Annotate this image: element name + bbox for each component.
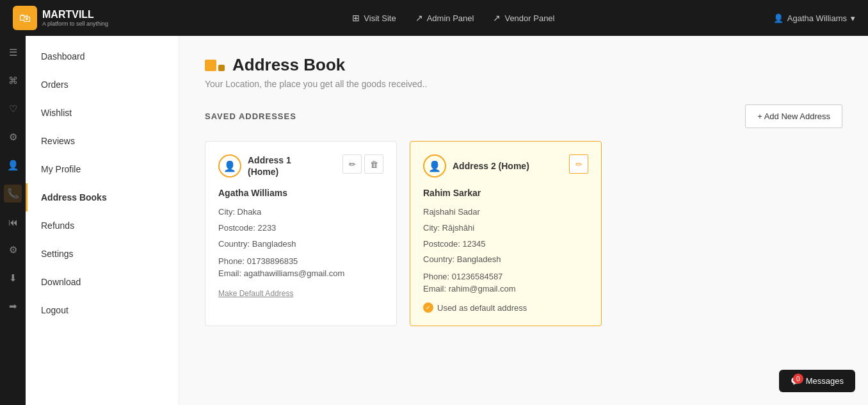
sidebar-item-logout[interactable]: Logout <box>26 296 179 324</box>
sidebar-item-reviews[interactable]: Reviews <box>26 127 179 155</box>
sidebar-item-address-books[interactable]: Address Books <box>26 183 179 211</box>
card-phone-2: Phone: 01236584587 <box>423 272 588 281</box>
sidebar-icon-logout[interactable]: ➡ <box>4 297 22 315</box>
sidebar-item-wishlist[interactable]: Wishlist <box>26 99 179 127</box>
content-area: Address Book Your Location, the place yo… <box>179 36 868 405</box>
card-actions-1: ✏ 🗑 <box>342 154 383 174</box>
card-email-2: Email: rahim@gmail.com <box>423 284 588 293</box>
address-card-1: 👤 Address 1 (Home) ✏ 🗑 Agatha Williams C… <box>205 141 397 326</box>
sidebar-icon-apple[interactable]: ⌘ <box>4 72 22 90</box>
username-label: Agatha Williams <box>787 13 847 23</box>
sidebar-icon-settings[interactable]: ⚙ <box>4 128 22 146</box>
sidebar-item-settings[interactable]: Settings <box>26 240 179 268</box>
vendor-panel-icon: ↗ <box>493 13 501 23</box>
address-card-2: 👤 Address 2 (Home) ✏ Rahim Sarkar Rajsha… <box>410 141 602 326</box>
card-country-2: Country: Bangladesh <box>423 253 588 267</box>
page-header: Address Book Your Location, the place yo… <box>205 55 842 89</box>
card-name-2: Rahim Sarkar <box>423 188 588 198</box>
card-country-1: Country: Bangladesh <box>218 238 383 251</box>
edit-address-2-button[interactable]: ✏ <box>569 154 588 174</box>
address-icon-1: 👤 <box>218 154 241 178</box>
page-subtitle: Your Location, the place you get all the… <box>205 79 842 89</box>
sidebar-item-orders[interactable]: Orders <box>26 70 179 99</box>
visit-site-icon: ⊞ <box>352 13 360 23</box>
card-city-1: City: Dhaka <box>218 206 383 219</box>
card-postcode-1: Postcode: 2233 <box>218 222 383 235</box>
card-title-2: Address 2 (Home) <box>453 160 529 172</box>
default-dot-icon: ✓ <box>423 302 433 313</box>
admin-panel-icon: ↗ <box>415 13 423 23</box>
messages-icon-wrap: 💬 0 <box>791 376 801 386</box>
card-postcode-2: Postcode: 12345 <box>423 238 588 251</box>
card-title-row-1: 👤 Address 1 (Home) <box>218 154 291 178</box>
topnav-links: ⊞ Visit Site ↗ Admin Panel ↗ Vendor Pane… <box>134 13 773 23</box>
logo-tagline: A platform to sell anything <box>42 21 108 27</box>
section-title: SAVED ADDRESSES <box>205 112 296 121</box>
card-city-2: City: Rājshāhi <box>423 222 588 235</box>
card-header-2: 👤 Address 2 (Home) ✏ <box>423 154 588 178</box>
add-new-address-button[interactable]: + Add New Address <box>745 104 842 128</box>
section-header: SAVED ADDRESSES + Add New Address <box>205 104 842 128</box>
sidebar-item-download[interactable]: Download <box>26 268 179 296</box>
visit-site-link[interactable]: ⊞ Visit Site <box>352 13 396 23</box>
sidebar-item-my-profile[interactable]: My Profile <box>26 155 179 183</box>
sidebar-icon-phone[interactable]: 📞 <box>4 185 22 202</box>
address-icon-2: 👤 <box>423 154 446 178</box>
messages-badge: 0 <box>793 374 803 384</box>
title-icon-orange <box>205 60 216 71</box>
logo[interactable]: 🛍 MARTVILL A platform to sell anything <box>13 6 108 30</box>
logo-brand: MARTVILL <box>42 9 108 21</box>
sidebar-icon-rewind[interactable]: ⏮ <box>4 213 22 231</box>
logo-text-block: MARTVILL A platform to sell anything <box>42 9 108 27</box>
sidebar-icon-user[interactable]: 👤 <box>4 156 22 174</box>
address-grid: 👤 Address 1 (Home) ✏ 🗑 Agatha Williams C… <box>205 141 842 326</box>
sidebar-icon-gear[interactable]: ⚙ <box>4 241 22 259</box>
user-icon-nav: 👤 <box>773 13 784 23</box>
vendor-panel-link[interactable]: ↗ Vendor Panel <box>493 13 554 23</box>
topnav: 🛍 MARTVILL A platform to sell anything ⊞… <box>0 0 868 36</box>
sidebar-icon-heart[interactable]: ♡ <box>4 100 22 118</box>
card-header-1: 👤 Address 1 (Home) ✏ 🗑 <box>218 154 383 178</box>
card-title-row-2: 👤 Address 2 (Home) <box>423 154 529 178</box>
sidebar-item-refunds[interactable]: Refunds <box>26 211 179 240</box>
title-icon-dark <box>218 65 225 71</box>
admin-panel-link[interactable]: ↗ Admin Panel <box>415 13 474 23</box>
card-title-1: Address 1 (Home) <box>248 154 291 178</box>
messages-button[interactable]: 💬 0 Messages <box>779 370 855 392</box>
make-default-1-button[interactable]: Make Default Address <box>218 289 293 298</box>
sidebar-icon-download[interactable]: ⬇ <box>4 269 22 287</box>
logo-icon: 🛍 <box>13 6 37 30</box>
card-name-1: Agatha Williams <box>218 188 383 198</box>
card-area-2: Rajshahi Sadar <box>423 206 588 219</box>
title-icon-block <box>205 60 225 71</box>
icon-sidebar: ☰ ⌘ ♡ ⚙ 👤 📞 ⏮ ⚙ ⬇ ➡ <box>0 36 26 405</box>
page-title: Address Book <box>232 55 345 75</box>
user-menu[interactable]: 👤 Agatha Williams ▾ <box>773 13 855 23</box>
card-phone-1: Phone: 01738896835 <box>218 256 383 266</box>
delete-address-1-button[interactable]: 🗑 <box>364 154 383 174</box>
card-actions-2: ✏ <box>569 154 588 174</box>
text-sidebar: Dashboard Orders Wishlist Reviews My Pro… <box>26 36 179 405</box>
page-title-row: Address Book <box>205 55 842 75</box>
messages-label: Messages <box>806 376 844 386</box>
user-dropdown-icon: ▾ <box>851 13 855 23</box>
main-layout: ☰ ⌘ ♡ ⚙ 👤 📞 ⏮ ⚙ ⬇ ➡ Dashboard Orders Wis… <box>0 36 868 405</box>
sidebar-item-dashboard[interactable]: Dashboard <box>26 42 179 70</box>
card-email-1: Email: agathawilliams@gmail.com <box>218 269 383 278</box>
sidebar-icon-menu[interactable]: ☰ <box>4 44 22 62</box>
default-badge-2: ✓ Used as default address <box>423 302 588 313</box>
edit-address-1-button[interactable]: ✏ <box>342 154 362 174</box>
